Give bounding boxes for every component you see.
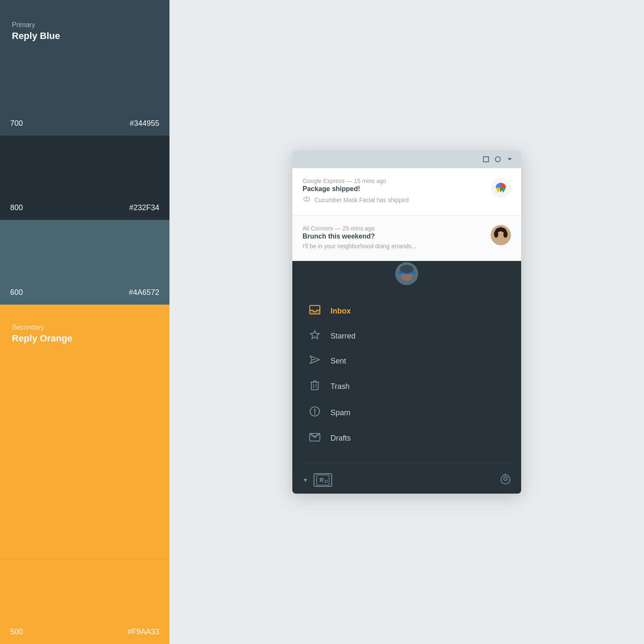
drafts-icon <box>309 432 320 444</box>
email-1-sender-time: Google Express — 15 mins ago <box>303 178 409 184</box>
nav-trash-label: Trash <box>330 382 350 391</box>
email-list: Google Express — 15 mins ago Package shi… <box>292 168 521 261</box>
swatch-500: 500 #F9AA33 <box>0 559 169 644</box>
email-2-avatar <box>491 225 511 245</box>
topbar-btn-circle[interactable] <box>494 155 502 163</box>
email-1-sender: Google Express <box>303 178 345 184</box>
nav-panel: Inbox Starred <box>292 261 521 494</box>
nav-drafts-label: Drafts <box>330 434 351 443</box>
svg-point-37 <box>314 414 316 415</box>
svg-point-22 <box>400 265 414 273</box>
swatch-500-hex: #F9AA33 <box>128 627 159 636</box>
spam-icon <box>309 406 320 419</box>
email-1-separator: — <box>347 178 354 184</box>
nav-item-starred[interactable]: Starred <box>301 324 513 348</box>
send-icon <box>309 355 320 367</box>
svg-text:R: R <box>319 477 324 483</box>
swatch-500-weight: 500 <box>10 627 23 636</box>
email-1-preview-text: Cucumber Mask Facial has shipped <box>314 197 409 203</box>
topbar-btn-square[interactable] <box>482 155 490 163</box>
nav-user-avatar[interactable] <box>394 261 419 286</box>
email-1-subject: Package shipped! <box>303 185 409 193</box>
swatch-700-hex: #344955 <box>130 119 159 128</box>
nav-inbox-label: Inbox <box>330 307 351 316</box>
svg-point-1 <box>495 157 500 162</box>
svg-rect-6 <box>500 188 501 192</box>
secondary-section-label: Secondary <box>12 324 158 331</box>
email-1-avatar <box>491 178 511 198</box>
nav-item-drafts[interactable]: Drafts <box>301 426 513 450</box>
settings-icon[interactable] <box>500 473 511 487</box>
nav-avatar-row <box>292 253 521 291</box>
svg-point-43 <box>504 477 507 480</box>
palette-panel: Primary Reply Blue 700 #344955 800 #232F… <box>0 0 169 644</box>
nav-item-inbox[interactable]: Inbox <box>301 299 513 323</box>
primary-section-label: Primary <box>12 21 158 29</box>
nav-item-trash[interactable]: Trash <box>301 374 513 399</box>
secondary-name-label: Reply Orange <box>12 333 158 344</box>
swatch-600-weight: 600 <box>10 288 23 297</box>
nav-dropdown-arrow[interactable]: ▼ <box>303 477 308 483</box>
swatch-orange-main <box>0 351 169 559</box>
secondary-label-block: Secondary Reply Orange <box>0 305 169 351</box>
email-2-preview-text: I'll be in your neighborhood doing erran… <box>303 243 416 250</box>
email-2-sender-time: Ali Connors — 25 mins ago <box>303 225 484 232</box>
email-card-1[interactable]: Google Express — 15 mins ago Package shi… <box>292 168 521 216</box>
nav-divider <box>301 463 513 463</box>
swatch-800-hex: #232F34 <box>129 203 159 212</box>
nav-sent-label: Sent <box>330 357 346 366</box>
nav-reply-badge[interactable]: R <box>314 473 332 487</box>
content-panel: Google Express — 15 mins ago Package shi… <box>169 0 644 644</box>
nav-items-list: Inbox Starred <box>292 299 521 459</box>
primary-name-label: Reply Blue <box>12 31 158 42</box>
nav-item-spam[interactable]: Spam <box>301 400 513 425</box>
attachment-icon <box>303 195 311 204</box>
email-1-preview: Cucumber Mask Facial has shipped <box>303 195 409 204</box>
email-mockup: Google Express — 15 mins ago Package shi… <box>292 150 521 494</box>
swatch-700: 700 #344955 <box>0 51 169 136</box>
swatch-600: 600 #4A6572 <box>0 220 169 305</box>
email-2-preview: I'll be in your neighborhood doing erran… <box>303 243 484 250</box>
nav-spam-label: Spam <box>330 408 350 417</box>
topbar-btn-dropdown[interactable] <box>506 155 514 163</box>
email-2-time: 25 mins ago <box>342 225 375 232</box>
mockup-topbar <box>292 150 521 168</box>
svg-marker-2 <box>508 158 512 161</box>
swatch-600-hex: #4A6572 <box>129 288 159 297</box>
nav-bottom: ▼ R <box>292 466 521 494</box>
email-2-subject: Brunch this weekend? <box>303 233 484 240</box>
email-2-separator: — <box>335 225 342 232</box>
star-icon <box>309 330 320 342</box>
swatch-800: 800 #232F34 <box>0 136 169 220</box>
nav-item-sent[interactable]: Sent <box>301 349 513 373</box>
svg-rect-28 <box>311 382 318 390</box>
swatch-700-weight: 700 <box>10 119 23 128</box>
swatch-800-weight: 800 <box>10 203 23 212</box>
svg-marker-25 <box>310 330 319 339</box>
nav-starred-label: Starred <box>330 332 355 341</box>
inbox-icon <box>309 305 320 317</box>
email-2-sender: Ali Connors <box>303 225 333 232</box>
nav-bottom-left: ▼ R <box>303 473 332 487</box>
svg-point-14 <box>501 228 505 232</box>
email-1-time: 15 mins ago <box>354 178 386 184</box>
svg-rect-0 <box>483 157 489 162</box>
trash-icon <box>309 380 320 393</box>
